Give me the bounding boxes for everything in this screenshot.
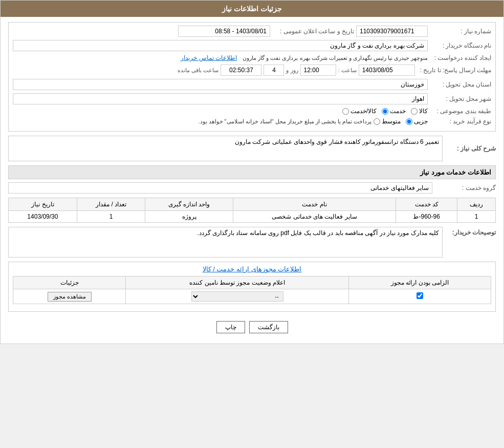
perm-table-row: -- مشاهده مجوز	[13, 289, 491, 304]
deadline-remaining-label: ساعت باقی مانده	[178, 67, 218, 74]
col-unit: واحد اندازه گیری	[145, 198, 233, 211]
purchase-radio-partial-input[interactable]	[406, 118, 412, 125]
need-number-label: شماره نیاز :	[430, 28, 491, 35]
category-radio-khedmat-label: خدمت	[390, 108, 406, 115]
deadline-date: 1403/08/05	[359, 65, 415, 76]
city-label: شهر محل تحویل :	[430, 95, 491, 102]
purchase-radio-partial: جزیی	[406, 118, 428, 125]
perm-cell-status: --	[126, 289, 349, 304]
perm-cell-details: مشاهده مجوز	[13, 289, 126, 304]
col-date: تاریخ نیاز	[9, 198, 77, 211]
creator-contact-link[interactable]: اطلاعات تماس خریدار	[181, 54, 237, 61]
cell-date: 1403/09/30	[9, 211, 77, 223]
col-qty: تعداد / مقدار	[77, 198, 145, 211]
deadline-timer: 02:50:37	[221, 65, 261, 76]
table-row: 1 960-96-ط سایر فعالیت های خدماتی شخصی پ…	[9, 211, 496, 223]
deadline-days-label: روز و	[286, 67, 298, 74]
cell-row: 1	[457, 211, 496, 223]
bottom-buttons: بازگشت چاپ	[8, 316, 496, 338]
deadline-days: 4	[264, 65, 284, 76]
deadline-time-label: ساعت :	[338, 67, 357, 74]
need-desc-label: شرح کلی نیاز :	[445, 145, 496, 152]
buyer-org-label: نام دستگاه خریدار :	[430, 42, 491, 49]
creator-value: منوچهر حیدری نیا رئیس نگهداری و تعمیرات …	[243, 55, 428, 61]
announce-value: 1403/08/01 - 08:58	[178, 26, 270, 37]
need-number-value: 1103093079001671	[356, 26, 428, 37]
perm-required-checkbox[interactable]	[417, 292, 423, 299]
print-button[interactable]: چاپ	[216, 321, 245, 333]
category-radio-khedmat: خدمت	[382, 108, 406, 115]
purchase-radio-partial-label: جزیی	[414, 118, 428, 125]
page-header: جزئیات اطلاعات نیاز	[1, 1, 503, 17]
category-radio-group: کالا/خدمت خدمت کالا	[342, 108, 428, 115]
category-radio-kala: کالا	[411, 108, 428, 115]
cell-unit: پروژه	[145, 211, 233, 223]
view-permit-button[interactable]: مشاهده مجوز	[48, 292, 92, 302]
category-radio-khedmat-input[interactable]	[382, 108, 388, 115]
category-radio-kala-khedmat: کالا/خدمت	[342, 108, 377, 115]
back-button[interactable]: بازگشت	[249, 321, 288, 333]
perm-col-details: جزئیات	[13, 276, 126, 289]
cell-qty: 1	[77, 211, 145, 223]
col-code: کد خدمت	[396, 198, 457, 211]
province-value: خوزستان	[13, 79, 428, 90]
permissions-title: اطلاعات مجوزهای ارائه خدمت / کالا	[13, 265, 491, 273]
cell-name: سایر فعالیت های خدماتی شخصی	[233, 211, 396, 223]
purchase-label: نوع فرآیند خرید :	[430, 118, 491, 125]
purchase-radio-medium-label: متوسط	[382, 118, 401, 125]
services-table: ردیف کد خدمت نام خدمت واحد اندازه گیری ت…	[8, 198, 496, 223]
category-radio-kala-label: کالا	[419, 108, 428, 115]
category-radio-kala-khedmat-input[interactable]	[342, 108, 349, 115]
purchase-radio-medium-input[interactable]	[374, 118, 380, 125]
perm-cell-required	[348, 289, 491, 304]
permissions-table: الزامی بودن ارائه مجوز اعلام وضعیت مجوز …	[13, 276, 491, 304]
category-label: طبقه بندی موضوعی :	[430, 108, 491, 115]
services-section-title: اطلاعات خدمات مورد نیاز	[8, 165, 496, 179]
service-group-label: گروه خدمت :	[434, 184, 496, 191]
category-radio-kala-input[interactable]	[411, 108, 418, 115]
status-select[interactable]: --	[191, 291, 283, 302]
page-title: جزئیات اطلاعات نیاز	[222, 5, 282, 13]
purchase-radio-group: متوسط جزیی	[374, 118, 428, 125]
col-name: نام خدمت	[233, 198, 396, 211]
perm-col-status: اعلام وضعیت مجوز توسط نامین کننده	[126, 276, 349, 289]
cell-code: 960-96-ط	[396, 211, 457, 223]
city-value: اهواز	[13, 93, 428, 104]
col-row: ردیف	[457, 198, 496, 211]
announce-label: تاریخ و ساعت اعلان عمومی :	[272, 28, 354, 35]
buyer-notes-label: توصیحات خریدار:	[445, 227, 496, 236]
deadline-time: 12:00	[300, 65, 336, 76]
permissions-section: اطلاعات مجوزهای ارائه خدمت / کالا الزامی…	[8, 262, 496, 312]
perm-col-required: الزامی بودن ارائه مجوز	[348, 276, 491, 289]
deadline-label: مهلت ارسال پاسخ: تا تاریخ :	[417, 67, 491, 74]
category-radio-kala-khedmat-label: کالا/خدمت	[350, 108, 377, 115]
buyer-org-value: شرکت بهره برداری نفت و گاز مارون	[13, 40, 428, 51]
creator-label: ایجاد کننده درخواست :	[430, 54, 491, 61]
buyer-notes-textarea	[8, 227, 443, 258]
province-label: استان محل تحویل :	[430, 81, 491, 88]
purchase-radio-medium: متوسط	[374, 118, 401, 125]
need-desc-textarea[interactable]	[8, 136, 443, 161]
purchase-note: پرداخت تمام یا بخشی از مبلغ خریداز محل "…	[198, 118, 371, 125]
service-group-value: سایر فعالیتهای خدماتی	[8, 182, 432, 194]
